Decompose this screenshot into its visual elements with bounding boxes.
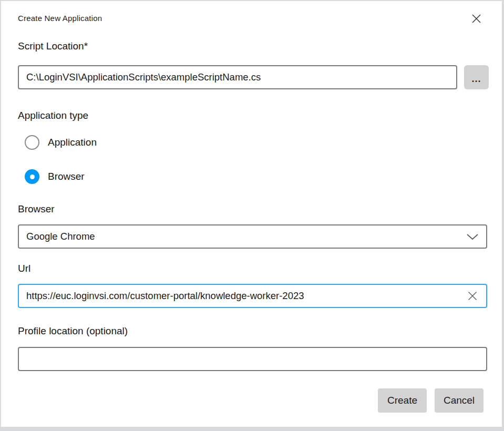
- application-type-label: Application type: [18, 110, 88, 121]
- dialog-title: Create New Application: [18, 14, 102, 23]
- clear-url-button[interactable]: [463, 286, 482, 305]
- radio-option-label: Browser: [48, 171, 85, 182]
- radio-option-label: Application: [48, 137, 97, 148]
- browse-button[interactable]: ...: [464, 65, 489, 89]
- url-label: Url: [18, 263, 30, 274]
- close-icon: [471, 14, 481, 24]
- radio-option-application[interactable]: Application: [25, 135, 97, 150]
- cancel-button[interactable]: Cancel: [435, 388, 484, 413]
- script-location-label: Script Location*: [18, 40, 88, 52]
- browser-label: Browser: [18, 203, 55, 215]
- url-input[interactable]: [18, 284, 487, 308]
- clear-icon: [468, 291, 477, 301]
- radio-option-browser[interactable]: Browser: [25, 169, 85, 184]
- radio-unselected-icon: [25, 135, 39, 150]
- close-button[interactable]: [466, 8, 487, 28]
- radio-selected-icon: [25, 169, 39, 184]
- url-field-wrap: [18, 284, 487, 308]
- browser-select[interactable]: Google Chrome: [18, 224, 487, 249]
- profile-location-input[interactable]: [18, 347, 487, 371]
- profile-location-label: Profile location (optional): [18, 325, 128, 337]
- chevron-down-icon: [466, 233, 479, 240]
- browser-select-value: Google Chrome: [26, 231, 466, 242]
- script-location-input[interactable]: [18, 65, 457, 89]
- create-button[interactable]: Create: [378, 388, 427, 413]
- create-application-dialog: Create New Application Script Location* …: [1, 1, 502, 427]
